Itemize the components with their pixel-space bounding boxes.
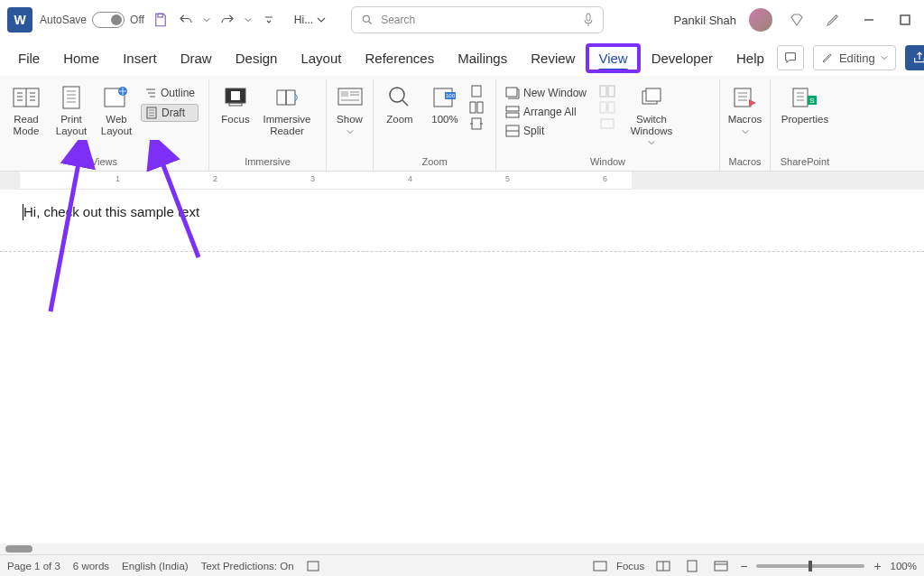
minimize-icon[interactable] — [857, 8, 881, 32]
print-layout-view-icon[interactable] — [682, 558, 702, 574]
new-window-button[interactable]: New Window — [502, 85, 590, 101]
tab-references[interactable]: References — [354, 45, 445, 71]
views-group-label: Views — [5, 156, 203, 171]
svg-rect-40 — [594, 562, 606, 571]
read-mode-view-icon[interactable] — [653, 558, 673, 574]
outline-button[interactable]: Outline — [141, 85, 199, 101]
hundred-percent-button[interactable]: 100 100% — [424, 83, 466, 127]
svg-rect-27 — [608, 86, 614, 97]
draft-icon — [145, 107, 158, 119]
zoom-slider-thumb[interactable] — [808, 561, 812, 571]
svg-rect-29 — [608, 102, 614, 113]
show-dropdown[interactable]: Show — [332, 83, 367, 136]
document-area[interactable]: Hi, check out this sample text — [0, 190, 924, 536]
status-page[interactable]: Page 1 of 3 — [7, 561, 60, 571]
tab-view[interactable]: View — [587, 45, 638, 71]
tab-file[interactable]: File — [7, 45, 51, 71]
tab-help[interactable]: Help — [725, 45, 775, 71]
avatar[interactable] — [749, 8, 772, 32]
zoom-slider[interactable] — [756, 564, 864, 568]
diamond-icon[interactable] — [785, 8, 808, 32]
hundred-icon: 100 — [430, 85, 459, 110]
page-width-button[interactable] — [469, 117, 484, 130]
ruler-mark: 2 — [213, 174, 217, 183]
undo-more-icon[interactable] — [202, 11, 211, 29]
macros-icon — [731, 85, 760, 110]
svg-rect-22 — [506, 88, 517, 97]
document-title: Hi... — [294, 14, 313, 26]
redo-more-icon[interactable] — [244, 11, 253, 29]
status-language[interactable]: English (India) — [122, 561, 189, 571]
immersive-reader-button[interactable]: Immersive Reader — [260, 83, 314, 138]
user-name[interactable]: Pankil Shah — [674, 14, 736, 27]
svg-rect-20 — [477, 102, 483, 113]
arrange-all-button[interactable]: Arrange All — [502, 104, 590, 120]
zoom-button[interactable]: Zoom — [379, 83, 420, 127]
show-icon — [336, 85, 365, 110]
sharepoint-group-label: SharePoint — [776, 156, 834, 171]
tab-developer[interactable]: Developer — [641, 45, 724, 71]
horizontal-scrollbar[interactable] — [0, 543, 924, 554]
status-focus[interactable]: Focus — [616, 561, 644, 571]
web-layout-view-icon[interactable] — [711, 558, 731, 574]
comments-button[interactable] — [777, 45, 804, 70]
autosave-toggle[interactable] — [92, 12, 125, 28]
scrollbar-thumb[interactable] — [5, 545, 32, 553]
tab-draw[interactable]: Draw — [170, 45, 223, 71]
read-mode-button[interactable]: Read Mode — [5, 83, 47, 138]
status-words[interactable]: 6 words — [73, 561, 109, 571]
svg-rect-19 — [470, 102, 476, 113]
macros-button[interactable]: Macros — [725, 83, 764, 136]
status-predictions[interactable]: Text Predictions: On — [201, 561, 294, 571]
zoom-icon — [385, 85, 414, 110]
tab-insert[interactable]: Insert — [112, 45, 168, 71]
svg-text:100: 100 — [446, 93, 456, 98]
split-button[interactable]: Split — [502, 123, 590, 139]
tab-review[interactable]: Review — [520, 45, 586, 71]
macros-group-label: Macros — [725, 156, 764, 171]
autosave-label: AutoSave — [40, 14, 87, 26]
editing-mode-button[interactable]: Editing — [813, 45, 896, 70]
zoom-percent[interactable]: 100% — [891, 561, 917, 571]
pen-icon[interactable] — [821, 8, 845, 32]
properties-button[interactable]: S Properties — [778, 83, 832, 127]
document-title-dropdown[interactable]: Hi... — [294, 14, 326, 26]
svg-rect-0 — [158, 14, 162, 17]
share-button[interactable] — [905, 45, 924, 70]
status-macro-icon[interactable] — [307, 561, 319, 571]
undo-icon[interactable] — [177, 11, 195, 29]
search-input[interactable]: Search — [351, 6, 604, 33]
autosave-toggle-group[interactable]: AutoSave Off — [40, 12, 144, 28]
svg-rect-34 — [793, 88, 808, 107]
one-page-button[interactable] — [469, 85, 484, 98]
zoom-out-button[interactable]: − — [740, 559, 747, 573]
view-side-by-side-button[interactable] — [599, 85, 615, 98]
print-layout-button[interactable]: Print Layout — [51, 83, 92, 138]
zoom-in-button[interactable]: + — [873, 559, 881, 573]
svg-rect-39 — [308, 562, 319, 571]
save-icon[interactable] — [152, 11, 170, 29]
qat-overflow-icon[interactable] — [260, 11, 278, 29]
display-settings-icon[interactable] — [593, 561, 607, 571]
ruler-mark: 5 — [505, 174, 510, 183]
tab-home[interactable]: Home — [52, 45, 110, 71]
tab-layout[interactable]: Layout — [290, 45, 352, 71]
document-text[interactable]: Hi, check out this sample text — [23, 204, 199, 219]
tab-design[interactable]: Design — [225, 45, 289, 71]
outline-icon — [144, 87, 157, 99]
multiple-pages-button[interactable] — [469, 101, 484, 114]
svg-rect-10 — [231, 91, 240, 100]
switch-windows-icon — [637, 85, 666, 110]
print-layout-label: Print Layout — [52, 114, 90, 136]
switch-windows-button[interactable]: Switch Windows — [624, 83, 679, 147]
svg-point-1 — [364, 15, 370, 22]
print-layout-icon — [57, 85, 86, 110]
redo-icon[interactable] — [218, 11, 236, 29]
tab-mailings[interactable]: Mailings — [447, 45, 518, 71]
web-layout-button[interactable]: Web Layout — [96, 83, 137, 138]
focus-button[interactable]: Focus — [215, 83, 256, 127]
horizontal-ruler[interactable]: 1 2 3 4 5 6 — [0, 172, 924, 190]
draft-button[interactable]: Draft — [141, 104, 199, 122]
svg-rect-28 — [600, 102, 606, 113]
maximize-icon[interactable] — [893, 8, 917, 32]
